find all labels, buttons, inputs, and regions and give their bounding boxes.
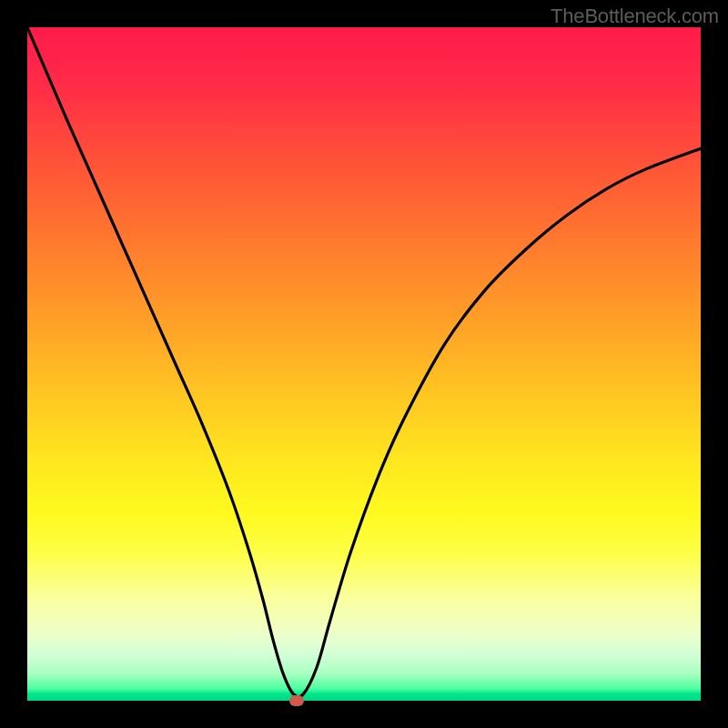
optimal-point-marker: [289, 695, 304, 706]
curve-path: [27, 27, 701, 697]
watermark-text: TheBottleneck.com: [551, 5, 719, 28]
bottleneck-curve: [27, 27, 701, 701]
chart-plot-area: [27, 27, 701, 701]
